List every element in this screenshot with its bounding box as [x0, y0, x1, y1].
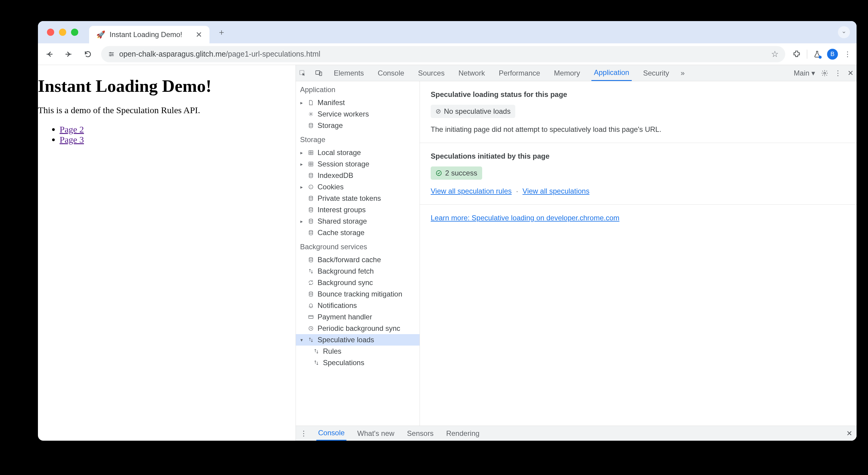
- database-icon: [307, 257, 314, 263]
- bookmark-star-icon[interactable]: ☆: [771, 49, 779, 59]
- gear-small-icon: [307, 111, 314, 117]
- initiated-heading: Speculations initiated by this page: [431, 152, 846, 160]
- tab-search-button[interactable]: [838, 26, 850, 38]
- sidebar-item-background-sync[interactable]: Background sync: [296, 277, 420, 288]
- grid-icon: [307, 150, 314, 156]
- close-tab-icon[interactable]: ✕: [196, 30, 202, 39]
- learn-more-link[interactable]: Learn more: Speculative loading on devel…: [431, 214, 619, 222]
- drawer-menu-icon[interactable]: ⋮: [300, 429, 307, 438]
- sidebar-item-session-storage[interactable]: ▸Session storage: [296, 158, 420, 170]
- initiated-block: Speculations initiated by this page 2 su…: [420, 143, 857, 205]
- browser-window: 🚀 Instant Loading Demo! ✕ ＋ open-chalk-a…: [38, 21, 857, 441]
- status-heading: Speculative loading status for this page: [431, 90, 846, 99]
- svg-point-1: [112, 54, 113, 55]
- sidebar-item-rules[interactable]: Rules: [296, 346, 420, 357]
- up-down-arrows-icon: [307, 337, 314, 343]
- svg-point-11: [309, 173, 313, 175]
- view-all-rules-link[interactable]: View all speculation rules: [431, 187, 512, 195]
- device-toolbar-icon[interactable]: [315, 69, 322, 77]
- devtools-panel: Elements Console Sources Network Perform…: [296, 65, 857, 441]
- experiments-flask-icon[interactable]: [813, 50, 821, 58]
- link-separator: ·: [516, 187, 518, 195]
- prohibited-icon: ⊘: [435, 108, 441, 115]
- reload-button[interactable]: [82, 48, 94, 60]
- svg-point-24: [436, 171, 441, 176]
- page-link[interactable]: Page 2: [60, 124, 84, 134]
- devtools-menu-icon[interactable]: ⋮: [834, 69, 841, 77]
- sidebar-item-cookies[interactable]: ▸Cookies: [296, 181, 420, 192]
- sidebar-section-background: Background services: [296, 238, 420, 254]
- site-settings-icon[interactable]: [108, 51, 115, 58]
- tab-performance[interactable]: Performance: [496, 65, 542, 81]
- tab-security[interactable]: Security: [641, 65, 672, 81]
- sidebar-item-cache-storage[interactable]: Cache storage: [296, 227, 420, 238]
- svg-point-19: [309, 231, 313, 232]
- database-icon: [307, 173, 314, 178]
- forward-button[interactable]: [63, 48, 75, 60]
- browser-tab[interactable]: 🚀 Instant Loading Demo! ✕: [89, 26, 210, 43]
- sidebar-item-back-forward-cache[interactable]: Back/forward cache: [296, 254, 420, 266]
- application-main-panel: Speculative loading status for this page…: [420, 81, 857, 426]
- close-drawer-icon[interactable]: ✕: [846, 429, 852, 438]
- tab-title: Instant Loading Demo!: [110, 30, 182, 39]
- sidebar-item-interest-groups[interactable]: Interest groups: [296, 204, 420, 215]
- tab-memory[interactable]: Memory: [552, 65, 583, 81]
- svg-point-8: [309, 123, 313, 125]
- tab-application[interactable]: Application: [591, 65, 631, 81]
- sidebar-item-periodic-sync[interactable]: Periodic background sync: [296, 323, 420, 334]
- sidebar-item-shared-storage[interactable]: ▸Shared storage: [296, 215, 420, 227]
- profile-avatar[interactable]: B: [827, 49, 838, 60]
- navigation-toolbar: open-chalk-asparagus.glitch.me/page1-url…: [38, 43, 857, 65]
- sidebar-item-manifest[interactable]: ▸Manifest: [296, 97, 420, 108]
- drawer-tab-sensors[interactable]: Sensors: [405, 426, 435, 441]
- svg-rect-22: [309, 316, 313, 319]
- minimize-window-button[interactable]: [59, 29, 66, 36]
- address-bar[interactable]: open-chalk-asparagus.glitch.me/page1-url…: [101, 46, 785, 62]
- check-circle-icon: [435, 170, 442, 176]
- sidebar-item-indexeddb[interactable]: IndexedDB: [296, 170, 420, 181]
- back-button[interactable]: [43, 48, 55, 60]
- list-item: Page 3: [60, 135, 296, 145]
- drawer-tab-whats-new[interactable]: What's new: [355, 426, 396, 441]
- close-devtools-icon[interactable]: ✕: [847, 69, 854, 77]
- drawer-tab-console[interactable]: Console: [316, 426, 346, 441]
- svg-point-18: [309, 219, 313, 220]
- sidebar-item-speculative-loads[interactable]: ▾Speculative loads: [296, 334, 420, 346]
- file-icon: [307, 100, 314, 106]
- sidebar-item-private-state-tokens[interactable]: Private state tokens: [296, 192, 420, 204]
- sidebar-item-payment-handler[interactable]: Payment handler: [296, 311, 420, 323]
- sidebar-item-background-fetch[interactable]: Background fetch: [296, 266, 420, 277]
- chrome-menu-icon[interactable]: ⋮: [844, 50, 851, 58]
- extensions-icon[interactable]: [793, 50, 801, 58]
- tab-elements[interactable]: Elements: [331, 65, 366, 81]
- cookie-icon: [307, 184, 314, 190]
- tab-sources[interactable]: Sources: [416, 65, 447, 81]
- new-tab-button[interactable]: ＋: [217, 27, 226, 38]
- database-icon: [307, 195, 314, 201]
- devtools-settings-icon[interactable]: [821, 69, 828, 77]
- status-chip-success: 2 success: [431, 167, 482, 180]
- page-link[interactable]: Page 3: [60, 135, 84, 145]
- tab-network[interactable]: Network: [456, 65, 487, 81]
- svg-point-7: [310, 114, 312, 115]
- view-all-speculations-link[interactable]: View all speculations: [523, 187, 589, 195]
- sidebar-item-speculations[interactable]: Speculations: [296, 357, 420, 368]
- bell-icon: [307, 302, 314, 308]
- close-window-button[interactable]: [47, 29, 54, 36]
- sidebar-item-local-storage[interactable]: ▸Local storage: [296, 147, 420, 158]
- svg-point-13: [310, 186, 311, 187]
- toolbar-right: B ⋮: [793, 49, 851, 60]
- sidebar-item-storage[interactable]: Storage: [296, 120, 420, 131]
- sync-icon: [307, 280, 314, 286]
- status-chip-no-loads: ⊘ No speculative loads: [431, 105, 515, 118]
- more-tabs-icon[interactable]: »: [681, 69, 684, 77]
- sidebar-item-notifications[interactable]: Notifications: [296, 300, 420, 311]
- tab-console[interactable]: Console: [375, 65, 407, 81]
- learn-more-block: Learn more: Speculative loading on devel…: [420, 205, 857, 231]
- maximize-window-button[interactable]: [71, 29, 78, 36]
- sidebar-item-bounce-tracking[interactable]: Bounce tracking mitigation: [296, 288, 420, 300]
- frame-selector[interactable]: Main ▾: [794, 69, 815, 77]
- drawer-tab-rendering[interactable]: Rendering: [444, 426, 481, 441]
- inspect-element-icon[interactable]: [299, 69, 306, 77]
- sidebar-item-service-workers[interactable]: Service workers: [296, 108, 420, 120]
